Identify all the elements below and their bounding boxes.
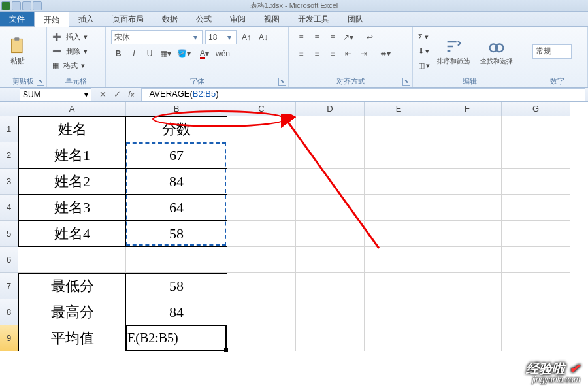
cell-C1[interactable] xyxy=(227,116,296,142)
column-header-A[interactable]: A xyxy=(18,102,126,116)
select-all-corner[interactable] xyxy=(0,102,18,116)
border-button[interactable]: ▦▾ xyxy=(158,46,172,61)
find-select-button[interactable]: 查找和选择 xyxy=(477,29,516,74)
align-left-icon[interactable]: ≡ xyxy=(294,46,308,61)
tab-dev[interactable]: 开发工具 xyxy=(289,12,338,26)
cell-B8[interactable]: 84 xyxy=(126,299,227,325)
cell-G5[interactable] xyxy=(502,221,570,247)
row-header-3[interactable]: 3 xyxy=(0,169,18,195)
cell-A9[interactable]: 平均值 xyxy=(18,325,126,351)
tab-data[interactable]: 数据 xyxy=(153,12,187,26)
cell-A7[interactable]: 最低分 xyxy=(18,273,126,299)
sort-filter-button[interactable]: 排序和筛选 xyxy=(434,29,473,74)
clear-button[interactable]: ◫ ▾ xyxy=(418,59,430,73)
dialog-launcher-icon[interactable]: ⬊ xyxy=(402,78,410,86)
row-header-7[interactable]: 7 xyxy=(0,273,18,299)
cell-E7[interactable] xyxy=(365,273,433,299)
row-header-9[interactable]: 9 xyxy=(0,325,18,351)
indent-increase-icon[interactable]: ⇥ xyxy=(357,46,371,61)
wrap-text-icon[interactable]: ↩ xyxy=(357,30,383,44)
cell-C6[interactable] xyxy=(227,247,296,273)
dialog-launcher-icon[interactable]: ⬊ xyxy=(37,78,44,86)
cell-D6[interactable] xyxy=(296,247,365,273)
cell-F3[interactable] xyxy=(433,169,502,195)
row-header-8[interactable]: 8 xyxy=(0,299,18,325)
cell-A3[interactable]: 姓名2 xyxy=(18,169,126,195)
cell-B3[interactable]: 84 xyxy=(126,169,227,195)
tab-home[interactable]: 开始 xyxy=(34,12,69,27)
cell-E3[interactable] xyxy=(365,169,433,195)
cell-F8[interactable] xyxy=(433,299,502,325)
align-center-icon[interactable]: ≡ xyxy=(310,46,324,61)
tab-insert[interactable]: 插入 xyxy=(69,12,103,26)
cell-A6[interactable] xyxy=(18,247,126,273)
cell-E6[interactable] xyxy=(365,247,433,273)
row-header-1[interactable]: 1 xyxy=(0,116,18,142)
tab-review[interactable]: 审阅 xyxy=(221,12,255,26)
paste-button[interactable]: 粘贴 xyxy=(4,29,31,74)
worksheet[interactable]: 123456789 ABCDEFG 姓名姓名1姓名2姓名3姓名4最低分最高分平均… xyxy=(0,102,588,392)
cell-G7[interactable] xyxy=(502,273,570,299)
column-header-D[interactable]: D xyxy=(296,102,365,116)
cell-A8[interactable]: 最高分 xyxy=(18,299,126,325)
cell-F6[interactable] xyxy=(433,247,502,273)
cell-G4[interactable] xyxy=(502,195,570,221)
increase-font-icon[interactable]: A↑ xyxy=(239,30,253,44)
cell-F4[interactable] xyxy=(433,195,502,221)
cell-C8[interactable] xyxy=(227,299,296,325)
cell-G6[interactable] xyxy=(502,247,570,273)
autosum-button[interactable]: Σ ▾ xyxy=(418,30,430,44)
tab-team[interactable]: 团队 xyxy=(338,12,372,26)
underline-button[interactable]: U xyxy=(142,46,157,61)
tab-view[interactable]: 视图 xyxy=(255,12,289,26)
cell-F7[interactable] xyxy=(433,273,502,299)
phonetic-button[interactable]: wén xyxy=(216,46,230,61)
cell-D7[interactable] xyxy=(296,273,365,299)
cell-B9[interactable]: E(B2:B5) xyxy=(126,325,227,351)
undo-icon[interactable] xyxy=(22,1,31,10)
name-box[interactable]: SUM ▾ xyxy=(20,88,91,101)
fill-button[interactable]: ⬇ ▾ xyxy=(418,44,430,59)
font-color-button[interactable]: A▾ xyxy=(195,46,214,61)
cell-D1[interactable] xyxy=(296,116,365,142)
column-header-C[interactable]: C xyxy=(227,102,296,116)
format-cells-button[interactable]: ▦ 格式 ▾ xyxy=(52,58,85,73)
cell-G3[interactable] xyxy=(502,169,570,195)
chevron-down-icon[interactable]: ▾ xyxy=(84,90,88,99)
accept-formula-icon[interactable]: ✓ xyxy=(110,88,124,101)
number-format-combo[interactable]: 常规 xyxy=(532,44,572,59)
column-header-B[interactable]: B xyxy=(126,102,227,116)
cell-B5[interactable]: 58 xyxy=(126,221,227,247)
cell-D9[interactable] xyxy=(296,325,365,351)
align-top-icon[interactable]: ≡ xyxy=(294,30,308,44)
row-header-6[interactable]: 6 xyxy=(0,247,18,273)
merge-button[interactable]: ⬌▾ xyxy=(372,46,399,61)
cell-E9[interactable] xyxy=(365,325,433,351)
cancel-formula-icon[interactable]: ✕ xyxy=(95,88,110,101)
column-header-F[interactable]: F xyxy=(433,102,502,116)
cell-F5[interactable] xyxy=(433,221,502,247)
delete-cells-button[interactable]: ➖ 删除 ▾ xyxy=(52,44,88,58)
cell-D5[interactable] xyxy=(296,221,365,247)
font-name-combo[interactable]: 宋体▾ xyxy=(111,30,203,44)
cell-C4[interactable] xyxy=(227,195,296,221)
cell-E5[interactable] xyxy=(365,221,433,247)
redo-icon[interactable] xyxy=(33,1,42,10)
cell-B2[interactable]: 67 xyxy=(126,142,227,169)
cell-B1[interactable]: 分数 xyxy=(126,116,227,142)
cell-F1[interactable] xyxy=(433,116,502,142)
tab-layout[interactable]: 页面布局 xyxy=(103,12,153,26)
cell-G8[interactable] xyxy=(502,299,570,325)
orientation-icon[interactable]: ↗▾ xyxy=(341,30,355,44)
column-header-G[interactable]: G xyxy=(502,102,570,116)
cell-A4[interactable]: 姓名3 xyxy=(18,195,126,221)
row-header-5[interactable]: 5 xyxy=(0,221,18,247)
cell-E4[interactable] xyxy=(365,195,433,221)
cell-A2[interactable]: 姓名1 xyxy=(18,142,126,169)
cell-B6[interactable] xyxy=(126,247,227,273)
bold-button[interactable]: B xyxy=(111,46,125,61)
italic-button[interactable]: I xyxy=(127,46,141,61)
align-middle-icon[interactable]: ≡ xyxy=(310,30,324,44)
fx-icon[interactable]: fx xyxy=(124,88,139,101)
formula-input[interactable]: =AVERAGE(B2:B5) xyxy=(141,88,585,101)
